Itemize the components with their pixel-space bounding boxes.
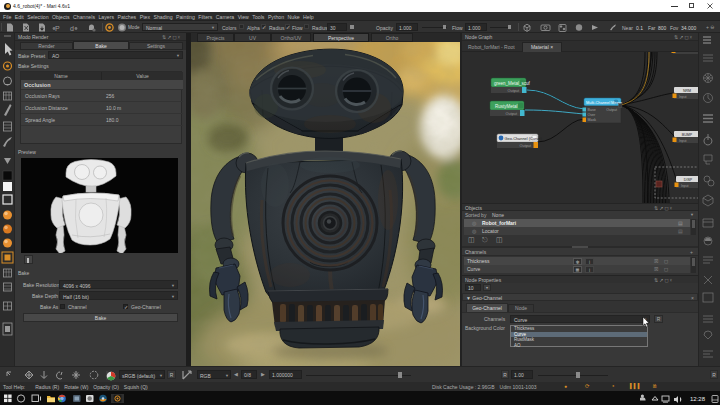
svg-text:Over: Over xyxy=(588,113,597,117)
svg-text:Geo-Channel (Curve): Geo-Channel (Curve) xyxy=(505,136,543,141)
svg-text:green_Metal_scuf: green_Metal_scuf xyxy=(494,81,531,86)
svg-text:BUMP: BUMP xyxy=(682,133,693,137)
svg-text:RustyMetal: RustyMetal xyxy=(495,104,518,109)
svg-text:Multi-Channel Merge: Multi-Channel Merge xyxy=(586,100,622,105)
svg-text:Mask: Mask xyxy=(588,118,597,122)
svg-text:Input: Input xyxy=(681,184,689,188)
svg-text:Output: Output xyxy=(506,112,518,116)
svg-text:Input: Input xyxy=(679,139,687,143)
svg-text:P: P xyxy=(55,25,60,32)
svg-text:Output: Output xyxy=(606,108,617,112)
svg-text:Base: Base xyxy=(588,108,596,112)
svg-text:Output: Output xyxy=(520,144,532,148)
svg-text:Output: Output xyxy=(508,89,520,93)
svg-text:Input: Input xyxy=(679,95,687,99)
svg-text:d: d xyxy=(70,25,74,32)
svg-text:12:28: 12:28 xyxy=(690,396,706,402)
svg-text:NRM: NRM xyxy=(683,89,691,93)
svg-text:DISP: DISP xyxy=(684,178,693,182)
